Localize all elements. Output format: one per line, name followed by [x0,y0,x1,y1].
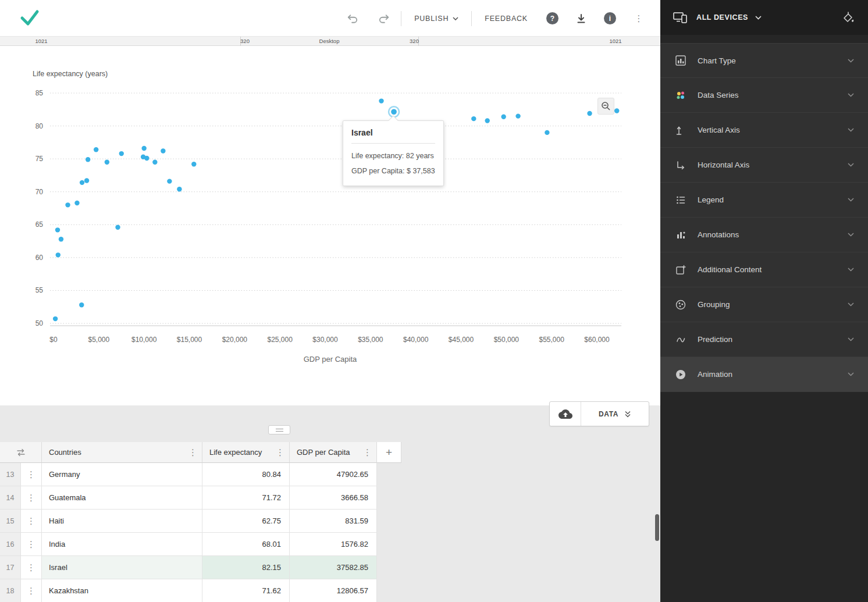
cell-life-expectancy[interactable]: 82.15 [202,556,290,579]
data-point[interactable] [59,237,63,241]
table-row[interactable]: 18⋮Kazakhstan71.6212806.57 [0,579,401,602]
column-header-gdp[interactable]: GDP per Capita ⋮ [290,442,377,463]
table-row[interactable]: 17⋮Israel82.1537582.85 [0,556,401,579]
add-column-button[interactable]: + [377,442,401,463]
zoom-out-button[interactable] [597,98,614,115]
data-point[interactable] [152,160,157,165]
cell-gdp[interactable]: 831.59 [290,510,377,533]
data-point[interactable] [80,180,84,185]
cell-country[interactable]: India [42,533,202,556]
data-point[interactable] [144,156,149,161]
column-header-life-expectancy[interactable]: Life expectancy ⋮ [202,442,290,463]
data-point[interactable] [587,111,592,116]
data-point[interactable] [471,116,476,121]
data-point[interactable] [84,178,89,183]
cell-gdp[interactable]: 37582.85 [290,556,377,579]
cell-country[interactable]: Kazakhstan [42,579,202,602]
data-point[interactable] [485,118,489,123]
sidebar-item-chart-type[interactable]: Chart Type [660,43,868,78]
cell-country[interactable]: Germany [42,463,202,486]
column-menu-icon[interactable]: ⋮ [363,448,372,457]
row-menu-button[interactable]: ⋮ [21,510,42,533]
cell-life-expectancy[interactable]: 80.84 [202,463,290,486]
data-point[interactable] [53,316,58,321]
paint-bucket-icon[interactable] [841,10,855,24]
publish-button[interactable]: PUBLISH [410,11,463,26]
sidebar-item-vertical-axis[interactable]: Vertical Axis [660,113,868,148]
cell-country[interactable]: Haiti [42,510,202,533]
selected-data-point[interactable] [391,109,397,115]
column-menu-icon[interactable]: ⋮ [188,448,197,457]
sidebar-item-legend[interactable]: Legend [660,183,868,218]
data-point[interactable] [86,157,90,162]
y-tick-label: 60 [35,254,44,262]
data-point[interactable] [515,113,520,118]
info-button[interactable]: i [604,12,616,24]
data-point[interactable] [56,252,61,257]
data-toggle-button[interactable]: DATA [581,402,649,426]
sidebar-item-horizontal-axis[interactable]: Horizontal Axis [660,148,868,183]
table-row[interactable]: 15⋮Haiti62.75831.59 [0,510,401,533]
help-button[interactable]: ? [546,12,558,24]
sidebar-item-grouping[interactable]: Grouping [660,287,868,322]
feedback-button[interactable]: FEEDBACK [480,11,532,26]
data-point[interactable] [74,201,79,205]
data-point[interactable] [55,227,60,232]
cell-gdp[interactable]: 12806.57 [290,579,377,602]
row-menu-button[interactable]: ⋮ [21,556,42,579]
scatter-plot[interactable]: 8580757065605550$0$5,000$10,000$15,000$2… [0,46,660,372]
cell-life-expectancy[interactable]: 71.62 [202,579,290,602]
data-point[interactable] [161,148,165,153]
tooltip-title: Israel [351,128,435,143]
data-point[interactable] [191,162,196,166]
column-header-countries[interactable]: Countries ⋮ [42,442,202,463]
sidebar-item-animation[interactable]: Animation [660,357,868,392]
transpose-button[interactable] [0,442,42,463]
data-point[interactable] [545,130,549,135]
undo-button[interactable] [344,10,361,27]
data-point[interactable] [115,225,120,230]
data-point[interactable] [141,146,146,151]
cell-gdp[interactable]: 3666.58 [290,486,377,510]
data-point[interactable] [379,98,383,103]
table-row[interactable]: 14⋮Guatemala71.723666.58 [0,486,401,510]
data-point[interactable] [119,151,124,156]
sidebar-item-annotations[interactable]: Annotations [660,218,868,252]
row-menu-button[interactable]: ⋮ [21,486,42,510]
cell-life-expectancy[interactable]: 62.75 [202,510,290,533]
download-button[interactable] [572,10,590,27]
cell-gdp[interactable]: 47902.65 [290,463,377,486]
row-menu-button[interactable]: ⋮ [21,579,42,602]
data-point[interactable] [177,187,182,191]
data-point[interactable] [65,202,70,207]
cell-life-expectancy[interactable]: 68.01 [202,533,290,556]
redo-button[interactable] [375,10,393,27]
sidebar-item-data-series[interactable]: Data Series [660,78,868,113]
data-point[interactable] [105,160,109,165]
data-point[interactable] [79,302,84,307]
app-logo-check-icon[interactable] [20,9,40,27]
table-row[interactable]: 16⋮India68.011576.82 [0,533,401,556]
data-point[interactable] [94,147,98,152]
row-menu-button[interactable]: ⋮ [21,533,42,556]
vertical-scrollbar-thumb[interactable] [655,514,659,541]
data-point[interactable] [614,108,619,113]
sidebar-item-label: Prediction [698,335,732,344]
column-menu-icon[interactable]: ⋮ [276,448,284,457]
x-tick-label: $0 [49,336,58,344]
panel-drag-handle[interactable] [268,425,290,434]
y-tick-label: 75 [35,155,44,163]
upload-data-button[interactable] [550,402,581,426]
data-point[interactable] [501,115,506,119]
sidebar-item-additional-content[interactable]: Additional Content [660,252,868,287]
sidebar-item-prediction[interactable]: Prediction [660,322,868,357]
device-selector[interactable]: ALL DEVICES [660,0,868,35]
data-point[interactable] [167,179,172,183]
cell-country[interactable]: Guatemala [42,486,202,510]
cell-country[interactable]: Israel [42,556,202,579]
table-row[interactable]: 13⋮Germany80.8447902.65 [0,463,401,486]
cell-gdp[interactable]: 1576.82 [290,533,377,556]
more-options-button[interactable]: ⋮ [630,10,648,27]
cell-life-expectancy[interactable]: 71.72 [202,486,290,510]
row-menu-button[interactable]: ⋮ [21,463,42,486]
